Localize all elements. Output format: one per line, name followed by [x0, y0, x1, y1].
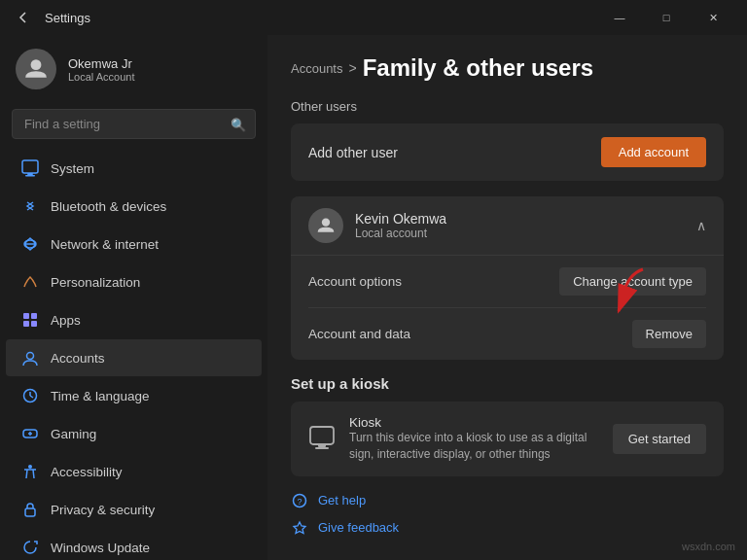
- titlebar-left: Settings: [12, 6, 90, 29]
- sidebar-item-system[interactable]: System: [6, 150, 262, 187]
- section-label: Other users: [291, 99, 724, 114]
- accounts-icon: [21, 349, 39, 367]
- titlebar: Settings — □ ✕: [0, 0, 747, 35]
- give-feedback-icon: [291, 519, 308, 537]
- sidebar-item-accounts[interactable]: Accounts: [6, 339, 262, 376]
- search-box: 🔍: [12, 109, 256, 139]
- sidebar-item-label-apps: Apps: [51, 313, 81, 328]
- search-input[interactable]: [12, 109, 256, 139]
- footer-links: ? Get help Give feedback: [291, 492, 724, 537]
- kiosk-section-label: Set up a kiosk: [291, 375, 724, 392]
- breadcrumb-link[interactable]: Accounts: [291, 61, 342, 76]
- main-layout: Okemwa Jr Local Account 🔍 System Bluetoo…: [0, 35, 747, 560]
- app-title: Settings: [45, 11, 90, 25]
- search-icon: 🔍: [231, 117, 246, 131]
- bluetooth-icon: [21, 197, 39, 215]
- chevron-up-icon: ∧: [696, 218, 706, 233]
- account-options-row: Account options Change account type: [308, 256, 706, 308]
- svg-point-20: [322, 219, 330, 227]
- update-icon: [21, 539, 39, 556]
- kiosk-card: Kiosk Turn this device into a kiosk to u…: [291, 402, 724, 476]
- user-type: Local account: [355, 227, 446, 240]
- minimize-button[interactable]: —: [597, 2, 642, 33]
- user-info: Kevin Okemwa Local account: [355, 211, 446, 240]
- kiosk-text: Kiosk Turn this device into a kiosk to u…: [349, 415, 601, 463]
- get-help-link[interactable]: ? Get help: [291, 492, 724, 509]
- change-account-type-button[interactable]: Change account type: [559, 267, 706, 296]
- sidebar-item-label-accessibility: Accessibility: [51, 465, 123, 479]
- account-data-row: Account and data Remove: [308, 308, 706, 360]
- sidebar-item-label-system: System: [51, 161, 94, 176]
- svg-rect-7: [31, 313, 37, 319]
- profile-type: Local Account: [68, 71, 135, 83]
- get-help-icon: ?: [291, 492, 308, 509]
- give-feedback-label: Give feedback: [318, 520, 399, 535]
- sidebar-nav: System Bluetooth & devices Network & int…: [0, 149, 267, 560]
- add-user-label: Add other user: [308, 145, 398, 160]
- svg-rect-8: [23, 321, 29, 327]
- sidebar-item-label-personalization: Personalization: [51, 275, 140, 290]
- svg-text:?: ?: [298, 497, 302, 507]
- privacy-icon: [21, 501, 39, 518]
- svg-rect-6: [23, 313, 29, 319]
- user-header[interactable]: Kevin Okemwa Local account ∧: [291, 196, 724, 255]
- page-title: Family & other users: [363, 54, 593, 82]
- user-entry: Kevin Okemwa Local account ∧ Account opt…: [291, 196, 724, 360]
- sidebar-item-privacy[interactable]: Privacy & security: [6, 491, 262, 528]
- svg-rect-24: [315, 447, 329, 449]
- sidebar-item-update[interactable]: Windows Update: [6, 529, 262, 560]
- remove-button[interactable]: Remove: [632, 320, 706, 348]
- close-button[interactable]: ✕: [691, 2, 735, 33]
- user-avatar: [308, 208, 343, 243]
- maximize-button[interactable]: □: [644, 2, 689, 33]
- sidebar-item-label-accounts: Accounts: [51, 351, 105, 366]
- svg-point-10: [27, 353, 34, 360]
- sidebar-item-apps[interactable]: Apps: [6, 301, 262, 338]
- time-icon: [21, 387, 39, 404]
- sidebar-item-label-privacy: Privacy & security: [51, 503, 155, 517]
- gaming-icon: [21, 425, 39, 442]
- add-account-button[interactable]: Add account: [601, 137, 706, 167]
- sidebar-item-time[interactable]: Time & language: [6, 377, 262, 414]
- svg-point-0: [31, 59, 42, 70]
- sidebar: Okemwa Jr Local Account 🔍 System Bluetoo…: [0, 35, 267, 560]
- sidebar-item-label-update: Windows Update: [51, 541, 150, 555]
- add-user-row: Add other user Add account: [291, 123, 724, 181]
- profile-info: Okemwa Jr Local Account: [68, 56, 135, 83]
- sidebar-item-personalization[interactable]: Personalization: [6, 263, 262, 300]
- apps-icon: [21, 311, 39, 329]
- breadcrumb-separator: >: [348, 60, 356, 76]
- sidebar-item-bluetooth[interactable]: Bluetooth & devices: [6, 188, 262, 225]
- kiosk-left: Kiosk Turn this device into a kiosk to u…: [308, 415, 601, 463]
- sidebar-item-label-bluetooth: Bluetooth & devices: [51, 199, 166, 214]
- kiosk-icon: [308, 423, 336, 454]
- give-feedback-link[interactable]: Give feedback: [291, 519, 724, 537]
- personalization-icon: [21, 273, 39, 291]
- account-data-label: Account and data: [308, 327, 410, 341]
- content-area: Accounts > Family & other users Other us…: [267, 35, 747, 560]
- get-started-button[interactable]: Get started: [613, 424, 706, 454]
- svg-line-13: [30, 396, 33, 398]
- account-options-label: Account options: [308, 274, 402, 289]
- back-button[interactable]: [12, 6, 35, 29]
- svg-rect-23: [318, 444, 326, 447]
- sidebar-item-accessibility[interactable]: Accessibility: [6, 453, 262, 490]
- kiosk-description: Turn this device into a kiosk to use as …: [349, 430, 601, 463]
- sidebar-item-label-gaming: Gaming: [51, 427, 96, 441]
- sidebar-item-label-network: Network & internet: [51, 237, 159, 252]
- profile-name: Okemwa Jr: [68, 56, 135, 71]
- svg-point-17: [28, 465, 32, 469]
- avatar: [16, 49, 56, 89]
- network-icon: [21, 235, 39, 253]
- add-user-card: Add other user Add account: [291, 123, 724, 181]
- svg-rect-2: [27, 173, 33, 175]
- svg-rect-1: [22, 160, 38, 173]
- user-options: Account options Change account type Acco…: [291, 255, 724, 360]
- svg-rect-9: [31, 321, 37, 327]
- system-icon: [21, 159, 39, 177]
- sidebar-item-network[interactable]: Network & internet: [6, 226, 262, 262]
- svg-rect-3: [25, 175, 35, 177]
- sidebar-item-gaming[interactable]: Gaming: [6, 415, 262, 452]
- accessibility-icon: [21, 463, 39, 480]
- get-help-label: Get help: [318, 493, 366, 508]
